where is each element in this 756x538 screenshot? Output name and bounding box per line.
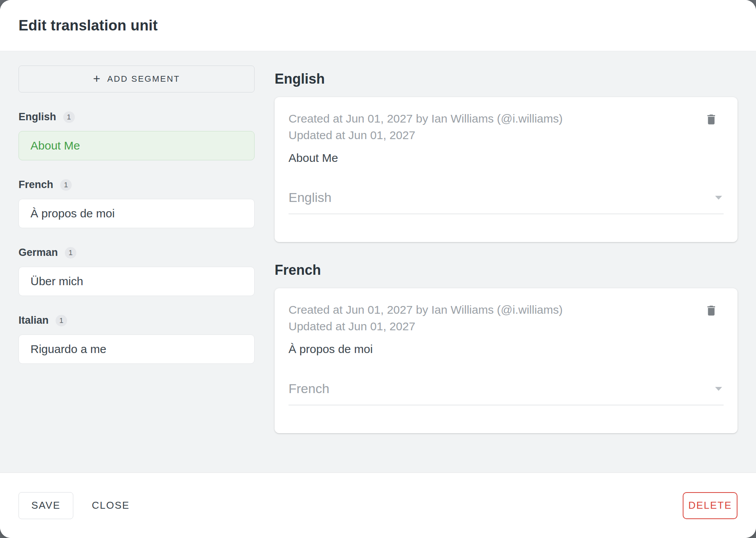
trash-icon xyxy=(705,113,718,126)
edit-translation-unit-dialog: Edit translation unit + ADD SEGMENT Engl… xyxy=(0,0,756,538)
add-segment-label: ADD SEGMENT xyxy=(107,74,180,84)
language-label-german: German xyxy=(19,247,58,259)
segment-item-english[interactable]: About Me xyxy=(19,131,255,160)
segment-text-english: About Me xyxy=(289,150,724,166)
card-spacer xyxy=(289,405,724,433)
delete-button[interactable]: DELETE xyxy=(683,492,737,519)
section-english: English Created at Jun 01, 2027 by Ian W… xyxy=(275,71,737,242)
segment-count-badge: 1 xyxy=(60,179,72,191)
plus-icon: + xyxy=(93,72,100,85)
dialog-footer: SAVE CLOSE DELETE xyxy=(0,472,756,538)
segment-count-badge: 1 xyxy=(63,111,75,123)
language-group-french: French 1 À propos de moi xyxy=(19,179,255,228)
section-heading-english: English xyxy=(275,71,737,87)
add-segment-button[interactable]: + ADD SEGMENT xyxy=(19,66,255,92)
language-select-english[interactable]: English xyxy=(289,190,724,214)
trash-icon xyxy=(705,304,718,317)
language-label-italian: Italian xyxy=(19,314,49,326)
section-heading-french: French xyxy=(275,262,737,278)
language-select-french[interactable]: French xyxy=(289,381,724,405)
updated-at-text: Updated at Jun 01, 2027 xyxy=(289,318,724,335)
segments-sidebar: + ADD SEGMENT English 1 About Me French … xyxy=(19,66,255,472)
chevron-down-icon xyxy=(715,196,722,200)
language-group-english: English 1 About Me xyxy=(19,111,255,160)
language-select-value: French xyxy=(289,381,329,396)
language-select-value: English xyxy=(289,190,332,205)
delete-segment-button-english[interactable] xyxy=(703,111,720,128)
dialog-body: + ADD SEGMENT English 1 About Me French … xyxy=(0,51,756,472)
delete-segment-button-french[interactable] xyxy=(703,302,720,319)
language-label-english: English xyxy=(19,111,56,123)
created-at-text: Created at Jun 01, 2027 by Ian Williams … xyxy=(289,301,724,318)
save-button[interactable]: SAVE xyxy=(19,492,73,519)
language-group-italian: Italian 1 Riguardo a me xyxy=(19,314,255,364)
language-label-french: French xyxy=(19,179,53,191)
card-spacer xyxy=(289,214,724,242)
dialog-header: Edit translation unit xyxy=(0,0,756,51)
segment-item-italian[interactable]: Riguardo a me xyxy=(19,335,255,364)
segment-count-badge: 1 xyxy=(56,315,67,326)
segment-count-badge: 1 xyxy=(65,247,76,259)
segment-card-french: Created at Jun 01, 2027 by Ian Williams … xyxy=(275,288,737,433)
segment-item-french[interactable]: À propos de moi xyxy=(19,199,255,228)
created-at-text: Created at Jun 01, 2027 by Ian Williams … xyxy=(289,110,724,127)
chevron-down-icon xyxy=(715,387,722,391)
dialog-title: Edit translation unit xyxy=(19,17,158,34)
section-french: French Created at Jun 01, 2027 by Ian Wi… xyxy=(275,262,737,433)
segment-text-french: À propos de moi xyxy=(289,341,724,357)
segment-card-english: Created at Jun 01, 2027 by Ian Williams … xyxy=(275,97,737,242)
language-group-german: German 1 Über mich xyxy=(19,247,255,296)
close-button[interactable]: CLOSE xyxy=(83,492,139,519)
segment-item-german[interactable]: Über mich xyxy=(19,267,255,296)
updated-at-text: Updated at Jun 01, 2027 xyxy=(289,127,724,143)
segment-detail-panel: English Created at Jun 01, 2027 by Ian W… xyxy=(275,66,737,472)
